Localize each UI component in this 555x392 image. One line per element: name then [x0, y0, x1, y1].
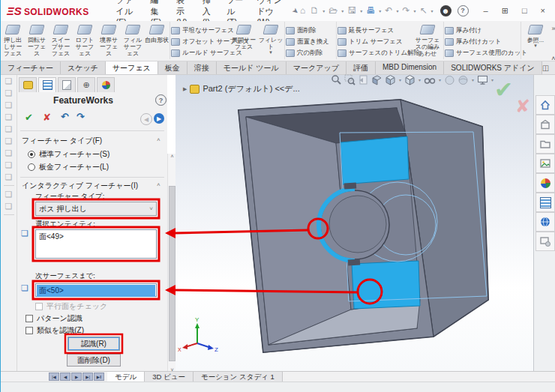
new-file-icon[interactable]: 🗋	[308, 5, 320, 16]
tab-solidworks-forum[interactable]	[536, 212, 555, 232]
untrim-surface-button[interactable]: サーフェスのトリム解除	[338, 47, 412, 58]
restore-button[interactable]: ⊞	[496, 6, 514, 16]
apply-scene-icon[interactable]	[458, 74, 469, 85]
zoom-area-icon[interactable]	[344, 74, 356, 85]
select-dropdown-icon[interactable]: ▾	[431, 8, 434, 13]
tab-configurationmanager[interactable]	[58, 77, 76, 92]
apply-scene-dropdown-icon[interactable]: ▾	[472, 77, 474, 82]
tab-mbd-dimension[interactable]: MBD Dimension	[376, 61, 444, 74]
boundary-surface-button[interactable]: 境界サーフェス	[97, 21, 121, 57]
knit-surface-button[interactable]: サーフェスの編みあわせ	[412, 21, 442, 57]
delete-face-button[interactable]: 面削除	[286, 25, 335, 36]
recognize-similar-checkbox[interactable]: 類似を認識(Z)	[26, 325, 84, 336]
pm-ok-button[interactable]: ✔	[25, 112, 33, 123]
feature-type-collapse-icon[interactable]: ˄	[157, 136, 160, 143]
feature-type-dropdown[interactable]: ボス 押し出し ˅	[35, 202, 157, 216]
feature-cube-icon[interactable]: ❏	[5, 87, 13, 99]
highlighted-face-bottom[interactable]	[352, 261, 420, 309]
highlighted-face-top[interactable]	[340, 136, 409, 184]
sheet-metal-feature-radio[interactable]: 板金フィーチャー(L)	[28, 162, 109, 172]
maximize-button[interactable]: □	[516, 6, 533, 15]
undo-icon[interactable]: ↶	[383, 5, 394, 16]
tab-file-explorer[interactable]	[536, 134, 555, 154]
tab-3dexperience[interactable]	[536, 232, 555, 251]
tab-sketch[interactable]: スケッチ	[61, 61, 106, 74]
revolved-surface-button[interactable]: 回転サーフェス	[25, 21, 49, 57]
tab-sheet-metal[interactable]: 板金	[158, 61, 188, 74]
selected-entities-listbox[interactable]: 面<49>	[35, 229, 157, 259]
feature-cube-icon[interactable]: ❏	[5, 75, 13, 87]
print-dropdown-icon[interactable]: ▾	[379, 8, 381, 13]
next-tab-button[interactable]: ▶	[71, 373, 82, 381]
cylinder-inner-step[interactable]	[329, 196, 386, 253]
selected-face-item[interactable]: 面<49>	[36, 230, 156, 244]
close-button[interactable]: ×	[535, 6, 551, 15]
pm-back-button[interactable]: ◀	[140, 113, 152, 125]
tab-appearances-scenes[interactable]	[536, 173, 555, 193]
display-style-dropdown-icon[interactable]: ▾	[418, 77, 421, 82]
tab-displaymanager[interactable]	[97, 77, 115, 92]
last-tab-button[interactable]: ▶|	[82, 373, 93, 381]
undo-dropdown-icon[interactable]: ▾	[396, 8, 398, 13]
feature-cube-icon[interactable]: ❏	[5, 135, 13, 147]
lofted-surface-button[interactable]: ロフトサーフェス	[73, 21, 97, 57]
model-tab[interactable]: モデル	[107, 372, 145, 382]
new-file-dropdown-icon[interactable]: ▾	[322, 8, 325, 13]
pattern-recognition-checkbox[interactable]: パターン認識	[26, 313, 82, 324]
help-icon[interactable]: ?	[458, 5, 469, 16]
pm-undo-button[interactable]: ↶	[61, 112, 69, 122]
up-to-face-item-selected[interactable]: 面<50>	[37, 285, 155, 297]
feature-cube-icon[interactable]: ❏	[5, 99, 13, 111]
previous-view-icon[interactable]	[358, 74, 369, 85]
display-style-icon[interactable]	[404, 74, 416, 85]
tab-markup[interactable]: マークアップ	[286, 61, 346, 74]
pm-redo-button[interactable]: ↷	[76, 112, 85, 122]
interactive-section-header[interactable]: インタラクティブ フィーチャー(I)	[22, 181, 138, 191]
recognize-button[interactable]: 認識(R)	[68, 337, 120, 351]
extruded-surface-button[interactable]: 押し出しサーフェス	[1, 21, 25, 57]
pm-scrollbar[interactable]: ˄ ˅	[167, 154, 176, 373]
tab-design-library[interactable]	[536, 115, 555, 134]
tab-custom-properties[interactable]	[536, 193, 555, 212]
graphics-viewport[interactable]: Y Z X	[176, 75, 533, 371]
pm-cancel-button[interactable]: ✘	[43, 112, 51, 123]
trim-surface-button[interactable]: トリム サーフェス	[338, 36, 412, 47]
user-account-icon[interactable]: ☻	[440, 5, 452, 16]
feature-cube-icon[interactable]: ❏	[5, 111, 13, 123]
standard-feature-radio[interactable]: 標準フィーチャー(S)	[28, 149, 110, 160]
offset-surface-button[interactable]: オフセット サーフェス	[171, 36, 230, 47]
fillet-button[interactable]: フィレット▾	[258, 21, 284, 55]
pm-help-icon[interactable]: ?	[155, 94, 166, 106]
save-icon[interactable]: 🖫	[346, 5, 358, 16]
feature-type-section-header[interactable]: フィーチャー タイプ(F)	[22, 136, 102, 146]
view-settings-dropdown-icon[interactable]: ▾	[491, 77, 494, 82]
hide-show-dropdown-icon[interactable]: ▾	[439, 77, 441, 82]
extend-surface-button[interactable]: 延長サーフェス	[338, 25, 412, 36]
interactive-collapse-icon[interactable]: ˄	[157, 181, 160, 188]
minimize-button[interactable]: –	[478, 6, 494, 15]
check-parallel-checkbox[interactable]: 平行面をチェック	[35, 301, 107, 312]
tab-view-palette[interactable]	[536, 154, 555, 173]
fillet-dropdown-icon[interactable]: ▾	[269, 50, 272, 55]
edit-appearance-icon[interactable]	[444, 74, 455, 85]
feature-cube-icon[interactable]: ❏	[5, 188, 13, 200]
tab-solidworks-resources[interactable]	[536, 95, 555, 115]
open-dropdown-icon[interactable]: ▾	[341, 8, 344, 13]
replace-face-button[interactable]: 面置き換え	[286, 36, 335, 47]
prev-tab-button[interactable]: ◀	[60, 373, 70, 381]
feature-cube-icon[interactable]: ❏	[5, 147, 13, 159]
up-to-surface-listbox[interactable]: 面<50>	[35, 283, 157, 297]
thickened-cut-button[interactable]: 厚み付けカット	[445, 36, 520, 47]
flatten-surface-button[interactable]: 展開サーフェス	[230, 21, 258, 50]
open-file-icon[interactable]: 🗁	[327, 5, 339, 16]
feature-cube-icon[interactable]: ❏	[5, 171, 13, 183]
pane-left-icon[interactable]: ◫	[542, 64, 549, 72]
select-cursor-icon[interactable]: ↖	[418, 5, 428, 16]
view-orientation-icon[interactable]	[385, 74, 396, 85]
tab-surfaces[interactable]: サーフェス	[106, 61, 158, 74]
confirm-cancel-icon[interactable]: ✘	[515, 96, 530, 117]
filled-surface-button[interactable]: フィルサーフェス	[121, 21, 145, 57]
tab-solidworks-addins[interactable]: SOLIDWORKS アドイン	[444, 61, 542, 74]
swept-surface-button[interactable]: スイープサーフェス	[49, 21, 73, 57]
ruled-surface-button[interactable]: ルールド サーフェス	[171, 47, 230, 58]
